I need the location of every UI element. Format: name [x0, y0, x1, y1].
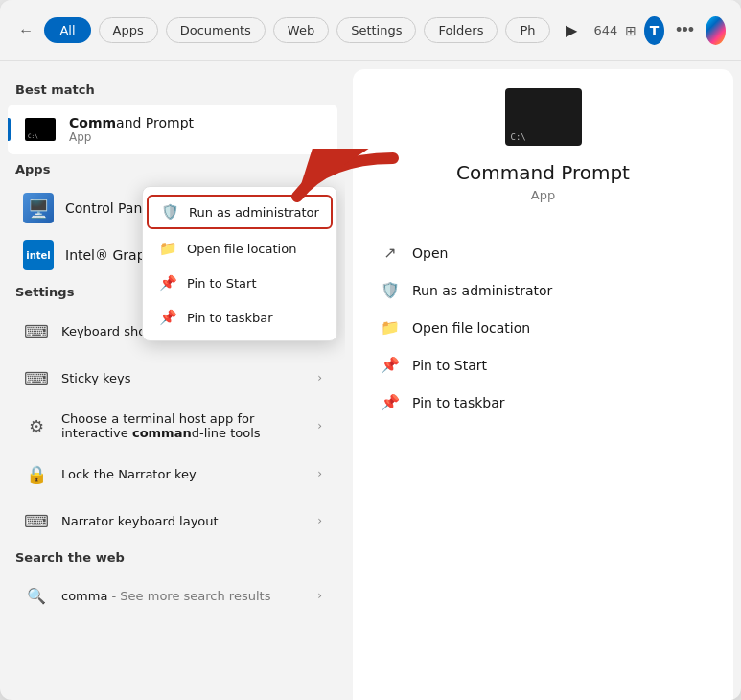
context-menu: 🛡️ Run as administrator 📁 Open file loca…: [142, 186, 337, 341]
context-open-file-location[interactable]: 📁 Open file location: [143, 231, 336, 266]
main-content: Best match Command Prompt App Apps 🖥️ Co…: [0, 61, 741, 700]
folder-icon: 📁: [380, 318, 401, 337]
best-match-title: Best match: [0, 77, 345, 105]
filter-icon: ⊞: [625, 23, 637, 38]
back-button[interactable]: ←: [15, 15, 36, 46]
web-search-text: comma - See more search results: [61, 589, 270, 603]
intel-icon: intel: [23, 240, 54, 270]
settings-narrator-keyboard-item[interactable]: ⌨️ Narrator keyboard layout ›: [8, 498, 337, 544]
search-web-item[interactable]: 🔍 comma - See more search results ›: [8, 573, 337, 618]
chevron-icon-2: ›: [317, 371, 322, 385]
action-open-file-label: Open file location: [412, 320, 530, 336]
chevron-icon-4: ›: [317, 467, 322, 480]
pin-start-icon: 📌: [380, 356, 401, 374]
action-run-as-admin[interactable]: 🛡️ Run as administrator: [372, 271, 714, 309]
settings-narrator-keyboard-text: Narrator keyboard layout: [61, 514, 317, 528]
right-panel: Command Prompt App ↗ Open 🛡️ Run as admi…: [353, 69, 733, 700]
app-title: Command Prompt: [456, 161, 630, 184]
shield-icon: 🛡️: [380, 281, 401, 299]
filter-documents-button[interactable]: Documents: [166, 17, 266, 43]
control-panel-icon: 🖥️: [23, 193, 54, 223]
best-match-item[interactable]: Command Prompt App: [8, 105, 337, 154]
best-match-name: Command Prompt: [69, 115, 322, 130]
settings-sticky-text: Sticky keys: [61, 371, 317, 385]
action-open-label: Open: [412, 245, 448, 261]
best-match-type: App: [69, 130, 322, 144]
action-pin-taskbar-label: Pin to taskbar: [412, 395, 505, 410]
search-count: 644: [594, 23, 618, 37]
search-window: ← All Apps Documents Web Settings Folder…: [0, 0, 741, 700]
settings-terminal-text: Choose a terminal host app for interacti…: [61, 411, 317, 440]
best-match-text: Command Prompt App: [69, 115, 322, 144]
chevron-icon-5: ›: [317, 514, 322, 527]
settings-sticky-item[interactable]: ⌨️ Sticky keys ›: [8, 355, 337, 401]
action-open[interactable]: ↗ Open: [372, 234, 714, 271]
divider: [372, 222, 714, 222]
action-pin-to-start[interactable]: 📌 Pin to Start: [372, 346, 714, 384]
settings-narrator-lock-item[interactable]: 🔒 Lock the Narrator key ›: [8, 451, 337, 497]
narrator-lock-icon: 🔒: [23, 460, 50, 487]
run-as-admin-icon: 🛡️: [160, 203, 179, 221]
settings-terminal-item[interactable]: ⚙️ Choose a terminal host app for intera…: [8, 402, 337, 450]
right-actions: ↗ Open 🛡️ Run as administrator 📁 Open fi…: [372, 234, 714, 421]
play-button[interactable]: ▶: [558, 17, 585, 43]
app-preview-icon: [505, 88, 582, 146]
action-pin-start-label: Pin to Start: [412, 358, 487, 373]
app-subtitle: App: [531, 188, 555, 202]
search-bar: ← All Apps Documents Web Settings Folder…: [0, 0, 741, 61]
filter-all-button[interactable]: All: [44, 17, 90, 43]
context-open-file-label: Open file location: [187, 242, 296, 256]
context-run-as-admin[interactable]: 🛡️ Run as administrator: [147, 195, 333, 229]
action-pin-to-taskbar[interactable]: 📌 Pin to taskbar: [372, 384, 714, 421]
apps-section-title: Apps: [0, 156, 345, 184]
user-avatar[interactable]: T: [644, 16, 664, 45]
pin-to-taskbar-icon: 📌: [158, 309, 177, 326]
chevron-icon-6: ›: [317, 589, 322, 602]
action-run-as-admin-label: Run as administrator: [412, 283, 552, 298]
filter-web-button[interactable]: Web: [273, 17, 329, 43]
keyboard-icon: ⌨️: [23, 317, 50, 344]
search-web-title: Search the web: [0, 545, 345, 572]
more-options-button[interactable]: •••: [672, 16, 698, 44]
web-search-icon: 🔍: [23, 582, 50, 609]
context-run-as-admin-label: Run as administrator: [189, 205, 319, 220]
open-icon: ↗: [380, 244, 401, 262]
context-pin-to-taskbar[interactable]: 📌 Pin to taskbar: [143, 300, 336, 335]
context-pin-start-label: Pin to Start: [187, 276, 256, 291]
cmd-icon-image: [25, 118, 56, 141]
left-panel: Best match Command Prompt App Apps 🖥️ Co…: [0, 61, 345, 700]
pin-to-start-icon: 📌: [158, 274, 177, 292]
filter-apps-button[interactable]: Apps: [99, 17, 158, 43]
filter-folders-button[interactable]: Folders: [424, 17, 498, 43]
filter-ph-button[interactable]: Ph: [505, 17, 549, 43]
terminal-icon: ⚙️: [23, 412, 50, 439]
context-pin-taskbar-label: Pin to taskbar: [187, 311, 273, 325]
cmd-app-icon: [23, 112, 58, 147]
chevron-icon-3: ›: [317, 419, 322, 432]
pin-taskbar-icon: 📌: [380, 393, 401, 411]
sticky-icon: ⌨️: [23, 364, 50, 391]
selection-indicator: [8, 118, 11, 141]
filter-settings-button[interactable]: Settings: [336, 17, 416, 43]
open-file-location-icon: 📁: [158, 240, 177, 257]
settings-narrator-lock-text: Lock the Narrator key: [61, 467, 317, 481]
copilot-icon[interactable]: [706, 16, 726, 45]
narrator-keyboard-icon: ⌨️: [23, 507, 50, 534]
action-open-file-location[interactable]: 📁 Open file location: [372, 309, 714, 346]
context-pin-to-start[interactable]: 📌 Pin to Start: [143, 266, 336, 300]
